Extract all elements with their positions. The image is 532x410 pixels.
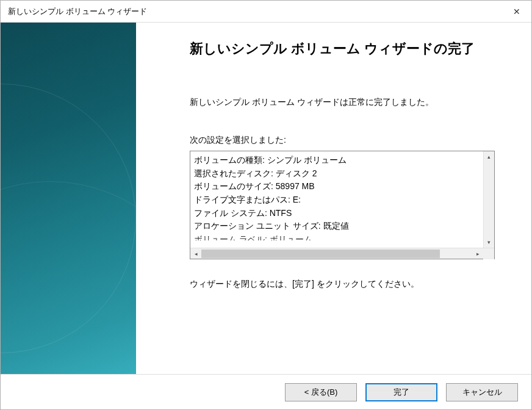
scroll-up-icon[interactable]: ▴ [484, 151, 495, 162]
settings-line: アロケーション ユニット サイズ: 既定値 [194, 220, 480, 233]
wizard-sidebar-graphic [1, 23, 136, 374]
wizard-window: 新しいシンプル ボリューム ウィザード ✕ 新しいシンプル ボリューム ウィザー… [0, 0, 532, 410]
settings-label: 次の設定を選択しました: [190, 135, 502, 146]
settings-line: ボリュームのサイズ: 58997 MB [194, 180, 480, 193]
scroll-corner [483, 248, 494, 259]
horizontal-scrollbar[interactable]: ◂ ▸ [190, 248, 494, 259]
scroll-left-icon[interactable]: ◂ [190, 248, 201, 259]
content-area: 新しいシンプル ボリューム ウィザードの完了 新しいシンプル ボリューム ウィザ… [1, 23, 531, 374]
window-body: 新しいシンプル ボリューム ウィザードの完了 新しいシンプル ボリューム ウィザ… [1, 23, 531, 409]
vertical-scrollbar[interactable]: ▴ ▾ [483, 151, 494, 248]
wizard-footer: < 戻る(B) 完了 キャンセル [1, 374, 531, 409]
window-title: 新しいシンプル ボリューム ウィザード [8, 6, 147, 17]
settings-scroll-area: ボリュームの種類: シンプル ボリューム 選択されたディスク: ディスク 2 ボ… [190, 151, 494, 248]
titlebar: 新しいシンプル ボリューム ウィザード ✕ [1, 1, 531, 23]
finish-button[interactable]: 完了 [365, 383, 437, 401]
vscroll-track[interactable] [484, 162, 494, 237]
settings-line: ボリュームの種類: シンプル ボリューム [194, 154, 480, 167]
completion-description: 新しいシンプル ボリューム ウィザードは正常に完了しました。 [190, 97, 502, 108]
settings-line: 選択されたディスク: ディスク 2 [194, 167, 480, 181]
cancel-button[interactable]: キャンセル [446, 383, 518, 401]
hscroll-thumb[interactable] [201, 250, 440, 258]
closing-note: ウィザードを閉じるには、[完了] をクリックしてください。 [190, 279, 502, 290]
close-icon: ✕ [513, 7, 520, 16]
settings-summary-box: ボリュームの種類: シンプル ボリューム 選択されたディスク: ディスク 2 ボ… [190, 151, 495, 259]
page-heading: 新しいシンプル ボリューム ウィザードの完了 [190, 40, 502, 58]
scroll-down-icon[interactable]: ▾ [484, 237, 495, 248]
hscroll-track[interactable] [201, 248, 472, 259]
main-panel: 新しいシンプル ボリューム ウィザードの完了 新しいシンプル ボリューム ウィザ… [136, 23, 531, 374]
close-button[interactable]: ✕ [502, 1, 531, 23]
settings-line: ドライブ文字またはパス: E: [194, 193, 480, 207]
scroll-right-icon[interactable]: ▸ [472, 248, 483, 259]
back-button[interactable]: < 戻る(B) [285, 383, 357, 401]
settings-content: ボリュームの種類: シンプル ボリューム 選択されたディスク: ディスク 2 ボ… [190, 151, 483, 248]
settings-line: ファイル システム: NTFS [194, 207, 480, 220]
settings-line: ボリューム ラベル: ボリューム [194, 233, 480, 240]
